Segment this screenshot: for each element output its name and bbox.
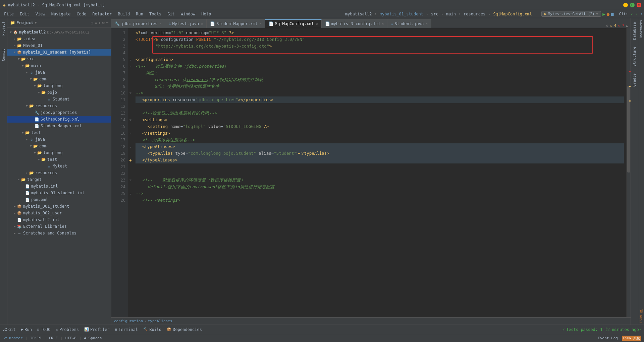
fold-18[interactable]: ▽	[129, 145, 131, 148]
tab-mytest[interactable]: ☕ Mytest.java ✕	[165, 19, 207, 28]
tree-scratches[interactable]: ► ✏ Scratches and Consoles	[7, 230, 111, 236]
menu-tools[interactable]: Tools	[147, 11, 164, 17]
tree-mybatis-iml[interactable]: ► 📄 mybatis.iml	[7, 183, 111, 190]
sidebar-dropdown-icon[interactable]: ▼	[35, 21, 37, 24]
tab-jdbc-properties[interactable]: 🔧 jdbc.properties ✕	[111, 19, 165, 28]
locate-file-icon[interactable]: ◎	[91, 20, 93, 25]
scrollbar-track[interactable]	[627, 28, 631, 317]
status-line-col[interactable]: 20:19	[30, 336, 41, 340]
tree-mybatis001[interactable]: ► 📦 mybatis_001_student	[7, 203, 111, 210]
settings-icon[interactable]: ⚙	[102, 20, 105, 25]
todo-toolbar[interactable]: ☑ TODO	[37, 327, 51, 332]
breadcrumb-config[interactable]: configuration	[114, 319, 143, 323]
tab-student-java[interactable]: ☕ Student.java ✕	[387, 19, 431, 28]
tree-mybatis01-iml[interactable]: ► 📄 mybatis_01_student.iml	[7, 190, 111, 196]
tree-pojo[interactable]: ▼ 📂 pojo	[7, 89, 111, 96]
minimize-button[interactable]: ─	[623, 3, 628, 7]
menu-file[interactable]: File	[1, 11, 16, 17]
structure-panel-toggle[interactable]: Structure	[632, 44, 637, 69]
fold-6[interactable]: ▽	[129, 65, 131, 68]
tree-longlong-test[interactable]: ▼ 📂 longlong	[7, 149, 111, 156]
menu-window[interactable]: Window	[178, 11, 198, 17]
close-button[interactable]: ✕	[637, 3, 641, 7]
tab-close-sqlmap[interactable]: ✕	[316, 22, 318, 26]
tree-java-main[interactable]: ▼ ☕ java	[7, 69, 111, 76]
tree-jdbc-props[interactable]: ► 🔧 jdbc.properties	[7, 109, 111, 116]
tree-java-test[interactable]: ▼ ☕ java	[7, 136, 111, 143]
run-config-selector[interactable]: ▶ Mytest.testGetAll (2) ▼	[541, 11, 601, 17]
tree-resources[interactable]: ▼ 📂 resources	[7, 102, 111, 109]
event-log-label[interactable]: Event Log	[598, 336, 618, 340]
menu-navigate[interactable]: Navigate	[49, 11, 73, 17]
commit-panel-toggle[interactable]: Commit	[2, 47, 5, 63]
tree-mybatis002[interactable]: ► 📦 mybatis_002_user	[7, 210, 111, 216]
problems-toolbar[interactable]: ⚠ Problems	[56, 327, 79, 332]
scrollbar-thumb[interactable]	[627, 86, 630, 173]
sidebar-close-icon[interactable]: ─	[106, 20, 108, 25]
tree-maven[interactable]: ► 📂 Maven_01	[7, 42, 111, 49]
tab-sqlmap-config[interactable]: 📄 SqlMapConfig.xml ✕	[265, 19, 322, 28]
profiler-toolbar[interactable]: 📊 Profiler	[84, 327, 110, 332]
tab-close-mytest[interactable]: ✕	[201, 22, 203, 25]
breadcrumb-typealiases[interactable]: typeAliases	[148, 319, 172, 323]
debug-button[interactable]: ●	[607, 11, 609, 17]
tree-target[interactable]: ► 📂 target	[7, 176, 111, 183]
tree-root-project[interactable]: ▼ 🏠 mybatisall2 D:/JAVA/mybatisall2	[7, 29, 111, 36]
collapse-all-icon[interactable]: ≡	[95, 20, 97, 25]
run-toolbar[interactable]: ▶ Run	[21, 327, 32, 332]
dependencies-toolbar[interactable]: 📦 Dependencies	[167, 327, 202, 332]
menu-git[interactable]: Git	[165, 11, 177, 17]
tree-src[interactable]: ▼ 📂 src	[7, 56, 111, 62]
menu-view[interactable]: View	[33, 11, 48, 17]
tab-close-student-mapper[interactable]: ✕	[260, 22, 262, 25]
bookmarks-toggle[interactable]: Bookmarks	[639, 18, 643, 40]
tab-close-dtd[interactable]: ✕	[382, 22, 384, 25]
menu-help[interactable]: Help	[199, 11, 214, 17]
status-charset[interactable]: UTF-8	[65, 336, 76, 340]
tree-idea[interactable]: ► 📂 .idea	[7, 36, 111, 42]
tree-sqlmap-config[interactable]: ► 📄 SqlMapConfig.xml	[7, 116, 111, 123]
tab-close-student-java[interactable]: ✕	[426, 22, 428, 25]
gradle-panel-toggle[interactable]: Gradle	[632, 71, 637, 89]
code-content[interactable]: 具体标签的顺序大家可以按ctrl+左键进入该文件看看哦 <?xml versio…	[133, 28, 627, 317]
status-indent[interactable]: 4 Spaces	[84, 336, 102, 340]
status-crlf[interactable]: CRLF	[49, 336, 58, 340]
csdn-label[interactable]: CSDN风	[639, 314, 644, 325]
tree-test[interactable]: ▼ 📂 test	[7, 129, 111, 136]
fold-10[interactable]: ▽	[129, 91, 131, 95]
fold-14[interactable]: ▽	[129, 118, 131, 122]
tree-com-test[interactable]: ▼ 📂 com	[7, 143, 111, 149]
fold-23[interactable]: ▽	[129, 179, 131, 182]
tree-ext-libs[interactable]: ► 📚 External Libraries	[7, 223, 111, 230]
tab-close-jdbc[interactable]: ✕	[159, 22, 161, 25]
tree-student-mapper[interactable]: ► 📄 StudentMapper.xml	[7, 123, 111, 129]
tree-mytest[interactable]: ► ☕ Mytest	[7, 163, 111, 169]
tab-dtd[interactable]: 📄 mybatis-3-config.dtd ✕	[322, 19, 388, 28]
fold-16[interactable]: ▽	[129, 132, 131, 135]
run-button[interactable]: ▶	[602, 11, 605, 17]
tree-test-folder[interactable]: ▼ 📂 test	[7, 156, 111, 163]
tree-student[interactable]: ► ☕ Student	[7, 96, 111, 102]
tree-mybatisall2-iml[interactable]: ► 📄 mybatisall2.iml	[7, 216, 111, 223]
database-panel-toggle[interactable]: Database	[632, 19, 637, 43]
menu-code[interactable]: Code	[74, 11, 89, 17]
build-toolbar[interactable]: 🔨 Build	[143, 327, 161, 332]
tree-com-main[interactable]: ▼ 📂 com	[7, 76, 111, 82]
sort-icon[interactable]: ↕	[98, 20, 101, 25]
coverage-button[interactable]: ■	[611, 11, 613, 17]
tree-mybatis01[interactable]: ▼ 📦 mybatis_01_student [mybatis]	[7, 49, 111, 56]
maximize-button[interactable]: □	[630, 3, 635, 7]
editor-settings-icon[interactable]: ⚙	[606, 23, 608, 28]
git-push[interactable]: ↑	[640, 12, 643, 16]
git-toolbar[interactable]: ⎇ Git	[3, 327, 16, 332]
tree-pom[interactable]: ► 📄 pom.xml	[7, 196, 111, 203]
tree-longlong[interactable]: ▼ 📂 longlong	[7, 82, 111, 89]
terminal-toolbar[interactable]: ⊞ Terminal	[115, 327, 138, 332]
menu-edit[interactable]: Edit	[17, 11, 32, 17]
project-panel-toggle[interactable]: Project	[2, 19, 5, 38]
menu-run[interactable]: Run	[133, 11, 146, 17]
tab-student-mapper[interactable]: 📄 StudentMapper.xml ✕	[207, 19, 265, 28]
expand-icon[interactable]: ▲	[626, 23, 628, 28]
tree-resources-test[interactable]: ► 📂 resources	[7, 169, 111, 176]
fold-25[interactable]: ▽	[129, 192, 131, 195]
